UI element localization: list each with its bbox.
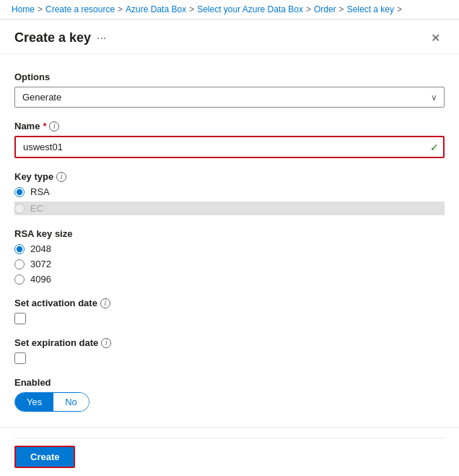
keytype-label-row: Key type i	[14, 171, 445, 182]
name-required-star: *	[43, 121, 46, 131]
activation-date-info-icon[interactable]: i	[100, 298, 110, 308]
activation-date-group: Set activation date i	[14, 298, 445, 324]
breadcrumb-sep-3: >	[189, 4, 194, 14]
expiration-date-checkbox-item	[14, 352, 445, 364]
expiration-date-checkbox[interactable]	[14, 352, 26, 364]
name-info-icon[interactable]: i	[49, 121, 59, 131]
expiration-date-label-row: Set expiration date i	[14, 337, 445, 348]
panel-title: Create a key	[14, 30, 91, 46]
enabled-label: Enabled	[14, 377, 445, 388]
keytype-label: Key type	[14, 171, 53, 182]
breadcrumb-sep-6: >	[397, 4, 402, 14]
breadcrumb-sep-4: >	[306, 4, 311, 14]
options-select-wrapper: Generate ∨	[14, 87, 445, 108]
create-button[interactable]: Create	[14, 446, 75, 468]
activation-date-label-row: Set activation date i	[14, 298, 445, 308]
keytype-rsa-label: RSA	[30, 186, 50, 197]
keytype-ec-label: EC	[30, 203, 43, 214]
create-key-panel: Create a key ··· ✕ Options Generate ∨ Na…	[0, 20, 459, 476]
options-label: Options	[14, 72, 445, 82]
breadcrumb-sep-2: >	[118, 4, 123, 14]
rsa-keysize-label: RSA key size	[14, 228, 445, 239]
options-select[interactable]: Generate	[14, 87, 445, 108]
footer-divider	[14, 438, 445, 438]
breadcrumb-azure-data-box[interactable]: Azure Data Box	[126, 4, 186, 14]
panel-close-button[interactable]: ✕	[427, 30, 445, 46]
breadcrumb-create-resource[interactable]: Create a resource	[45, 4, 115, 14]
breadcrumb: Home > Create a resource > Azure Data Bo…	[0, 0, 459, 20]
rsa-3072-item: 3072	[14, 259, 445, 269]
name-input[interactable]	[14, 136, 445, 158]
rsa-3072-radio[interactable]	[14, 259, 25, 269]
rsa-keysize-group: RSA key size 2048 3072 4096	[14, 228, 445, 285]
breadcrumb-home[interactable]: Home	[12, 4, 35, 14]
options-group: Options Generate ∨	[14, 72, 445, 108]
rsa-keysize-radio-group: 2048 3072 4096	[14, 243, 445, 285]
keytype-info-icon[interactable]: i	[56, 172, 66, 182]
keytype-rsa-item: RSA	[14, 186, 445, 197]
breadcrumb-order[interactable]: Order	[314, 4, 336, 14]
name-input-wrapper: ✓	[14, 136, 445, 158]
breadcrumb-select-key[interactable]: Select a key	[347, 4, 394, 14]
panel-body: Options Generate ∨ Name * i ✓ Key type i	[0, 54, 459, 476]
panel-header: Create a key ··· ✕	[0, 20, 459, 54]
keytype-rsa-radio[interactable]	[14, 187, 25, 197]
enabled-no-button[interactable]: No	[53, 393, 89, 411]
name-valid-icon: ✓	[430, 142, 439, 153]
keytype-ec-item: EC	[14, 202, 445, 215]
keytype-ec-radio[interactable]	[14, 204, 25, 214]
expiration-date-label: Set expiration date	[14, 337, 98, 348]
breadcrumb-select-data-box[interactable]: Select your Azure Data Box	[197, 4, 303, 14]
keytype-radio-group: RSA EC	[14, 186, 445, 215]
rsa-2048-label: 2048	[30, 243, 51, 254]
breadcrumb-sep-5: >	[339, 4, 344, 14]
activation-date-checkbox-item	[14, 313, 445, 324]
expiration-date-info-icon[interactable]: i	[101, 338, 111, 348]
name-group: Name * i ✓	[14, 121, 445, 158]
name-label: Name	[14, 121, 40, 131]
expiration-date-group: Set expiration date i	[14, 337, 445, 364]
activation-date-checkbox[interactable]	[14, 313, 26, 324]
rsa-4096-item: 4096	[14, 274, 445, 285]
rsa-4096-radio[interactable]	[14, 274, 25, 285]
breadcrumb-sep-1: >	[38, 4, 43, 14]
enabled-toggle[interactable]: Yes No	[14, 392, 89, 412]
enabled-yes-button[interactable]: Yes	[15, 393, 53, 411]
name-label-row: Name * i	[14, 121, 445, 131]
activation-date-label: Set activation date	[14, 298, 97, 308]
panel-more-options[interactable]: ···	[97, 32, 106, 45]
panel-title-group: Create a key ···	[14, 30, 106, 46]
keytype-group: Key type i RSA EC	[14, 171, 445, 215]
rsa-2048-radio[interactable]	[14, 244, 25, 254]
rsa-3072-label: 3072	[30, 259, 51, 269]
rsa-2048-item: 2048	[14, 243, 445, 254]
enabled-group: Enabled Yes No	[14, 377, 445, 412]
panel-footer: Create	[0, 427, 459, 476]
rsa-4096-label: 4096	[30, 274, 51, 285]
